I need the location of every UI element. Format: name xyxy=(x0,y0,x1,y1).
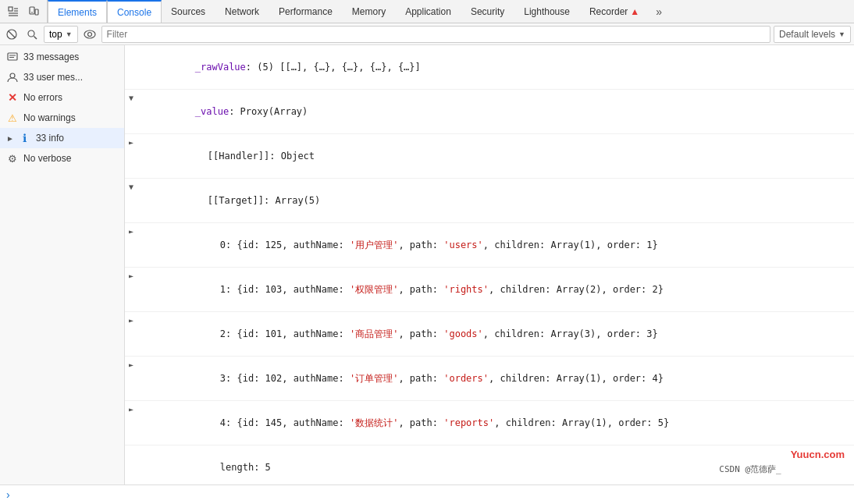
user-messages-label: 33 user mes... xyxy=(23,72,118,83)
inspect-icon[interactable] xyxy=(5,3,22,20)
svg-rect-5 xyxy=(30,7,34,14)
svg-rect-14 xyxy=(8,53,17,60)
console-line: ► 1: {id: 103, authName: '权限管理', path: '… xyxy=(125,268,854,312)
svg-point-10 xyxy=(28,30,34,37)
no-verbose-label: No verbose xyxy=(23,153,118,164)
sidebar-item-errors[interactable]: ✕ No errors xyxy=(0,87,124,108)
info-expand-arrow[interactable]: ► xyxy=(6,134,14,143)
line-expand[interactable] xyxy=(125,46,137,48)
more-tabs-button[interactable]: » xyxy=(649,0,668,23)
line-text: [[Handler]]: Object xyxy=(137,135,851,177)
tab-elements[interactable]: Elements xyxy=(48,0,107,23)
level-selector[interactable]: top ▼ xyxy=(44,26,78,43)
svg-point-17 xyxy=(10,73,15,78)
tab-sources[interactable]: Sources xyxy=(162,0,215,23)
line-expand[interactable] xyxy=(125,446,137,448)
line-expand[interactable]: ► xyxy=(125,402,137,415)
console-line: ► 0: {id: 125, authName: '用户管理', path: '… xyxy=(125,223,854,268)
console-prompt: › xyxy=(0,484,854,504)
line-expand[interactable]: ► xyxy=(125,357,137,371)
line-expand[interactable]: ▼ xyxy=(125,91,137,104)
svg-point-12 xyxy=(84,30,95,38)
line-text: 0: {id: 125, authName: '用户管理', path: 'us… xyxy=(137,224,851,266)
nav-icon-group xyxy=(0,0,48,23)
svg-rect-0 xyxy=(9,7,12,11)
warning-icon: ⚠ xyxy=(6,112,19,124)
line-text: [[Target]]: Array(5) xyxy=(137,179,851,222)
svg-rect-6 xyxy=(35,9,38,15)
messages-icon xyxy=(6,51,19,63)
line-text: _value: Proxy(Array) xyxy=(137,91,851,133)
tab-network[interactable]: Network xyxy=(215,0,269,23)
level-dropdown-icon: ▼ xyxy=(66,30,73,38)
console-line: _rawValue: (5) [[…], {…}, {…}, {…}, {…}] xyxy=(125,45,854,90)
svg-line-11 xyxy=(34,36,37,39)
default-level-arrow: ▼ xyxy=(838,30,845,38)
line-text: 1: {id: 103, authName: '权限管理', path: 'ri… xyxy=(137,268,851,311)
no-errors-label: No errors xyxy=(23,92,118,103)
line-text: 2: {id: 101, authName: '商品管理', path: 'go… xyxy=(137,313,851,355)
default-level-selector[interactable]: Default levels ▼ xyxy=(774,26,851,43)
attribution-watermark: CSDN @范德萨_ xyxy=(719,464,781,477)
info-icon: ℹ xyxy=(19,132,31,144)
svg-line-9 xyxy=(9,31,15,37)
line-expand[interactable]: ► xyxy=(125,313,137,326)
clear-console-button[interactable] xyxy=(3,26,20,43)
console-prompt-input[interactable] xyxy=(15,489,848,500)
line-text: 3: {id: 102, authName: '订单管理', path: 'or… xyxy=(137,357,851,399)
sidebar-item-user-messages[interactable]: 33 user mes... xyxy=(0,67,124,87)
sidebar-item-verbose[interactable]: ⚙ No verbose xyxy=(0,148,124,169)
tab-lighthouse[interactable]: Lighthouse xyxy=(514,0,580,23)
console-line: ▼ _value: Proxy(Array) xyxy=(125,90,854,134)
tab-memory[interactable]: Memory xyxy=(343,0,396,23)
top-nav: Elements Console Sources Network Perform… xyxy=(0,0,854,23)
main-area: 33 messages 33 user mes... ✕ No errors ⚠… xyxy=(0,45,854,484)
console-line: ► [[Handler]]: Object xyxy=(125,134,854,179)
console-line: ▼ [[Target]]: Array(5) xyxy=(125,179,854,223)
verbose-icon: ⚙ xyxy=(6,152,19,165)
console-toolbar: top ▼ Default levels ▼ xyxy=(0,23,854,45)
tab-security[interactable]: Security xyxy=(461,0,514,23)
console-line: ► 3: {id: 102, authName: '订单管理', path: '… xyxy=(125,357,854,401)
line-expand[interactable]: ► xyxy=(125,224,137,237)
sidebar-item-info[interactable]: ► ℹ 33 info xyxy=(0,128,124,148)
console-line: ► 2: {id: 101, authName: '商品管理', path: '… xyxy=(125,312,854,357)
eye-icon[interactable] xyxy=(81,26,98,43)
messages-label: 33 messages xyxy=(23,51,118,62)
user-icon xyxy=(6,71,19,83)
svg-point-13 xyxy=(87,32,91,36)
info-label: 33 info xyxy=(36,133,118,144)
line-text: 4: {id: 145, authName: '数据统计', path: 're… xyxy=(137,402,851,444)
console-output[interactable]: _rawValue: (5) [[…], {…}, {…}, {…}, {…}]… xyxy=(125,45,854,484)
prompt-arrow-icon: › xyxy=(6,488,10,501)
line-expand[interactable]: ► xyxy=(125,268,137,282)
line-text: _rawValue: (5) [[…], {…}, {…}, {…}, {…}] xyxy=(137,46,851,88)
line-expand[interactable]: ▼ xyxy=(125,179,137,193)
tab-recorder[interactable]: Recorder ▲ xyxy=(580,0,649,23)
device-icon[interactable] xyxy=(25,3,42,20)
console-line: ► 4: {id: 145, authName: '数据统计', path: '… xyxy=(125,401,854,445)
tab-performance[interactable]: Performance xyxy=(269,0,343,23)
filter-input[interactable] xyxy=(101,26,770,43)
filter-icon[interactable] xyxy=(23,26,41,43)
error-icon: ✕ xyxy=(6,91,19,104)
tab-console[interactable]: Console xyxy=(107,0,162,23)
line-expand[interactable]: ► xyxy=(125,135,137,148)
tab-application[interactable]: Application xyxy=(396,0,461,23)
console-sidebar: 33 messages 33 user mes... ✕ No errors ⚠… xyxy=(0,45,125,484)
sidebar-item-messages[interactable]: 33 messages xyxy=(0,47,124,67)
brand-watermark: Yuucn.com xyxy=(791,448,845,463)
sidebar-item-warnings[interactable]: ⚠ No warnings xyxy=(0,108,124,128)
no-warnings-label: No warnings xyxy=(23,112,118,123)
